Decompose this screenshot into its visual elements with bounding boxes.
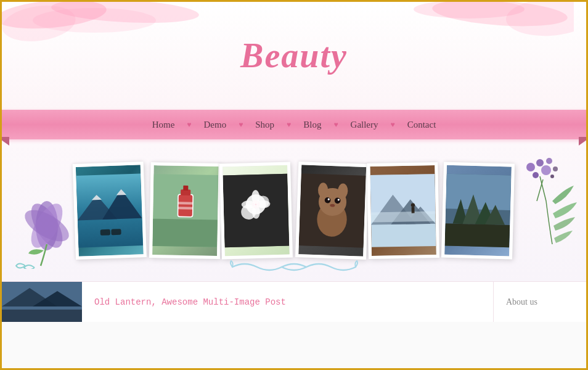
navigation-ribbon: Home ♥ Demo ♥ Shop ♥ Blog ♥ Gallery ♥ Co… [2, 110, 586, 139]
svg-rect-60 [411, 207, 414, 213]
nav-item-demo[interactable]: Demo [192, 120, 237, 130]
photo-frame-3[interactable] [219, 162, 293, 259]
svg-point-17 [550, 175, 554, 178]
nav-item-gallery[interactable]: Gallery [340, 120, 390, 130]
photo-frame-4[interactable] [295, 162, 369, 260]
svg-point-15 [546, 158, 552, 164]
photo-image-2 [152, 165, 218, 256]
photo-image-4 [298, 165, 366, 257]
flower-decoration-left [13, 170, 81, 269]
site-title: Beauty [2, 36, 586, 75]
botanical-decoration-right [506, 152, 580, 244]
nav-item-shop[interactable]: Shop [244, 120, 285, 130]
svg-point-14 [533, 172, 539, 178]
photo-frame-2[interactable] [149, 162, 221, 259]
bottom-post-image[interactable] [2, 282, 82, 322]
nav-separator-3: ♥ [287, 120, 291, 130]
photo-frame-6[interactable] [441, 162, 515, 259]
svg-point-13 [541, 165, 551, 175]
svg-point-3 [33, 8, 156, 33]
nav-separator-5: ♥ [391, 120, 395, 130]
bottom-about-text: About us [506, 297, 537, 307]
svg-rect-58 [370, 211, 435, 222]
nav-items: Home ♥ Demo ♥ Shop ♥ Blog ♥ Gallery ♥ Co… [141, 120, 447, 130]
photo-image-5 [370, 165, 436, 256]
nav-separator-2: ♥ [239, 120, 243, 130]
photo-frame-1[interactable] [73, 162, 147, 260]
decorative-section [2, 139, 586, 281]
bottom-post-title-section[interactable]: Old Lantern, Awesome Multi-Image Post [82, 282, 494, 322]
svg-point-16 [553, 166, 558, 171]
svg-point-12 [536, 159, 544, 166]
svg-rect-27 [178, 194, 193, 217]
bottom-post-title-text: Old Lantern, Awesome Multi-Image Post [94, 297, 286, 307]
nav-item-blog[interactable]: Blog [292, 120, 332, 130]
svg-rect-23 [100, 229, 110, 235]
svg-rect-71 [2, 310, 82, 322]
photo-image-3 [223, 165, 289, 256]
svg-rect-67 [445, 223, 510, 247]
bottom-about-section[interactable]: About us [494, 282, 586, 322]
svg-point-11 [526, 163, 535, 171]
photo-strip [76, 158, 512, 263]
nav-item-contact[interactable]: Contact [396, 120, 447, 130]
photo-image-6 [445, 165, 512, 256]
svg-rect-29 [183, 185, 188, 190]
nav-separator-1: ♥ [187, 120, 191, 130]
svg-rect-26 [152, 218, 217, 247]
nav-separator-4: ♥ [333, 120, 338, 130]
nav-item-home[interactable]: Home [141, 120, 186, 130]
svg-rect-24 [111, 229, 121, 235]
photo-image-1 [76, 165, 144, 257]
photo-frame-5[interactable] [367, 162, 439, 259]
header-area: Beauty [2, 2, 586, 110]
svg-rect-62 [446, 173, 511, 210]
bottom-swirl-decoration [226, 258, 362, 276]
bottom-section: Old Lantern, Awesome Multi-Image Post Ab… [2, 281, 586, 322]
page-wrapper: Beauty Home ♥ Demo ♥ Shop ♥ Blog ♥ Galle… [2, 2, 586, 368]
